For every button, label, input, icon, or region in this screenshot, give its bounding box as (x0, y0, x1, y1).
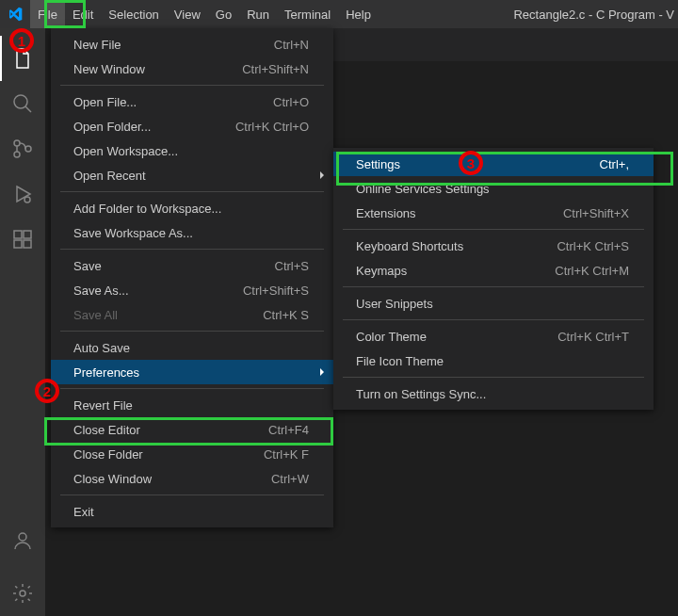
menu-item-label: New File (73, 38, 121, 52)
menu-view[interactable]: View (167, 0, 208, 28)
svg-rect-9 (24, 240, 31, 248)
menu-item-label: Save All (73, 308, 118, 322)
svg-rect-8 (14, 240, 22, 248)
files-icon[interactable] (0, 36, 45, 81)
menu-item-shortcut: Ctrl+N (274, 38, 309, 52)
menu-item-label: Add Folder to Workspace... (73, 202, 221, 216)
menu-item-shortcut: Ctrl+W (271, 472, 309, 486)
file-menu-revert-file[interactable]: Revert File (51, 393, 333, 417)
prefs-menu-extensions[interactable]: ExtensionsCtrl+Shift+X (333, 201, 654, 225)
menu-item-shortcut: Ctrl+K Ctrl+M (555, 264, 629, 278)
menu-separator (60, 494, 324, 495)
activity-bar (0, 28, 45, 616)
menu-separator (343, 377, 644, 378)
menu-go[interactable]: Go (208, 0, 239, 28)
menu-item-label: Color Theme (356, 330, 427, 344)
menu-item-label: Save (73, 259, 102, 273)
file-menu-preferences[interactable]: Preferences (51, 360, 333, 384)
menu-separator (343, 229, 644, 230)
menu-item-label: Keymaps (356, 264, 407, 278)
svg-point-2 (14, 140, 20, 146)
menu-file[interactable]: File (30, 0, 65, 28)
menu-item-shortcut: Ctrl+Shift+X (563, 206, 629, 220)
menu-item-shortcut: Ctrl+O (273, 95, 309, 109)
svg-point-12 (20, 591, 25, 596)
prefs-menu-user-snippets[interactable]: User Snippets (333, 291, 654, 316)
menu-item-label: Auto Save (73, 341, 130, 355)
source-control-icon[interactable] (0, 126, 45, 171)
file-menu-save-workspace-as[interactable]: Save Workspace As... (51, 220, 333, 245)
prefs-menu-online-services-settings[interactable]: Online Services Settings (333, 176, 654, 201)
chevron-right-icon (320, 171, 324, 179)
menu-item-label: Open Folder... (73, 120, 151, 134)
menu-separator (60, 85, 324, 86)
file-menu-open-file[interactable]: Open File...Ctrl+O (51, 89, 333, 114)
svg-line-1 (25, 106, 31, 112)
title-bar: File Edit Selection View Go Run Terminal… (0, 0, 678, 28)
prefs-menu-keyboard-shortcuts[interactable]: Keyboard ShortcutsCtrl+K Ctrl+S (333, 234, 654, 258)
menu-item-label: Extensions (356, 206, 416, 220)
file-menu-add-folder-to-workspace[interactable]: Add Folder to Workspace... (51, 196, 333, 220)
menu-item-shortcut: Ctrl+, (600, 157, 629, 171)
search-icon[interactable] (0, 81, 45, 126)
file-menu-new-window[interactable]: New WindowCtrl+Shift+N (51, 57, 333, 81)
run-debug-icon[interactable] (0, 171, 45, 217)
file-menu-close-editor[interactable]: Close EditorCtrl+F4 (51, 417, 333, 442)
svg-point-6 (24, 197, 30, 203)
menu-terminal[interactable]: Terminal (277, 0, 338, 28)
chevron-right-icon (320, 368, 324, 376)
menu-run[interactable]: Run (239, 0, 277, 28)
menu-item-shortcut: Ctrl+K S (263, 308, 309, 322)
menu-item-label: Close Window (73, 472, 152, 486)
svg-rect-10 (24, 231, 31, 238)
file-menu-save-as[interactable]: Save As...Ctrl+Shift+S (51, 278, 333, 302)
menu-separator (343, 319, 644, 320)
menu-edit[interactable]: Edit (65, 0, 101, 28)
window-title: Rectangle2.c - C Program - V (513, 8, 674, 22)
menu-item-label: File Icon Theme (356, 354, 444, 368)
menu-item-label: Open File... (73, 95, 137, 109)
menu-item-shortcut: Ctrl+K Ctrl+S (557, 239, 629, 253)
svg-rect-7 (14, 231, 22, 238)
file-menu-new-file[interactable]: New FileCtrl+N (51, 32, 333, 57)
menu-item-label: Close Folder (73, 447, 143, 462)
prefs-menu-color-theme[interactable]: Color ThemeCtrl+K Ctrl+T (333, 324, 654, 349)
menu-separator (60, 331, 324, 332)
menu-selection[interactable]: Selection (101, 0, 166, 28)
menu-item-label: Online Services Settings (356, 182, 490, 196)
file-menu-open-recent[interactable]: Open Recent (51, 163, 333, 187)
menubar: File Edit Selection View Go Run Terminal… (30, 0, 379, 28)
svg-marker-5 (17, 186, 30, 202)
file-menu-open-folder[interactable]: Open Folder...Ctrl+K Ctrl+O (51, 114, 333, 138)
menu-item-label: Settings (356, 157, 400, 171)
menu-item-label: New Window (73, 62, 145, 76)
file-menu-open-workspace[interactable]: Open Workspace... (51, 138, 333, 163)
menu-item-label: User Snippets (356, 297, 433, 311)
svg-point-3 (14, 152, 20, 157)
prefs-menu-file-icon-theme[interactable]: File Icon Theme (333, 349, 654, 373)
prefs-menu-settings[interactable]: SettingsCtrl+, (333, 152, 654, 176)
menu-item-label: Turn on Settings Sync... (356, 387, 486, 401)
menu-item-label: Save As... (73, 284, 129, 298)
file-menu-close-folder[interactable]: Close FolderCtrl+K F (51, 442, 333, 466)
menu-item-label: Keyboard Shortcuts (356, 239, 463, 253)
menu-separator (60, 388, 324, 389)
menu-separator (343, 286, 644, 287)
file-menu-auto-save[interactable]: Auto Save (51, 335, 333, 360)
preferences-submenu-popup: SettingsCtrl+,Online Services SettingsEx… (333, 148, 654, 410)
svg-point-0 (14, 95, 27, 108)
menu-item-label: Open Recent (73, 169, 146, 183)
menu-separator (60, 249, 324, 250)
extensions-icon[interactable] (0, 217, 45, 262)
menu-item-label: Exit (73, 505, 94, 519)
settings-gear-icon[interactable] (0, 571, 45, 616)
file-menu-exit[interactable]: Exit (51, 499, 333, 524)
prefs-menu-turn-on-settings-sync[interactable]: Turn on Settings Sync... (333, 381, 654, 406)
file-menu-save-all: Save AllCtrl+K S (51, 302, 333, 327)
file-menu-close-window[interactable]: Close WindowCtrl+W (51, 466, 333, 491)
account-icon[interactable] (0, 518, 45, 563)
svg-point-11 (19, 533, 26, 541)
file-menu-save[interactable]: SaveCtrl+S (51, 253, 333, 278)
prefs-menu-keymaps[interactable]: KeymapsCtrl+K Ctrl+M (333, 258, 654, 283)
menu-help[interactable]: Help (338, 0, 379, 28)
